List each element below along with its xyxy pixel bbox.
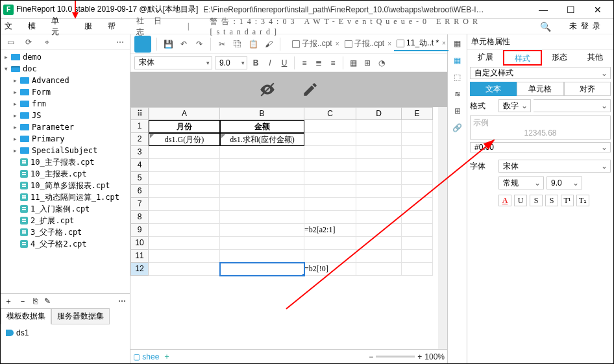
side-icon-5[interactable]: ⊞	[451, 104, 464, 117]
cut-icon[interactable]: ✂	[216, 38, 228, 50]
link-icon[interactable]: 🔗	[451, 121, 464, 134]
tree-file[interactable]: 11_动态隔间运算_1.cpt	[1, 191, 130, 203]
col-header-e[interactable]: E	[402, 107, 433, 120]
format-select[interactable]: 数字	[498, 99, 531, 112]
add-ds-icon[interactable]: ＋	[5, 296, 12, 307]
zoom-in-icon[interactable]: +	[417, 352, 422, 361]
brush-icon[interactable]: 🖌	[263, 38, 275, 50]
italic-button[interactable]: I	[264, 57, 276, 69]
sheet-tab[interactable]: ▢ shee	[133, 352, 159, 361]
copy-ds-icon[interactable]: ⎘	[33, 297, 38, 306]
file-tab[interactable]: 子报..cpt×	[289, 37, 342, 51]
tree-file[interactable]: 10_简单多源报表.cpt	[1, 180, 130, 191]
tree-folder[interactable]: ▸Form	[1, 86, 130, 98]
row-header[interactable]: 3	[130, 146, 149, 159]
subtab-cell[interactable]: 单元格	[517, 82, 563, 96]
row-header-selected[interactable]: 12	[130, 263, 149, 276]
col-header-b[interactable]: B	[220, 107, 304, 120]
rtab-other[interactable]: 其他	[578, 50, 613, 66]
minimize-button[interactable]: —	[530, 3, 556, 17]
tree-file[interactable]: 10_主报表.cpt	[1, 168, 130, 180]
new-file-icon[interactable]: ▭	[5, 36, 16, 48]
undo-icon[interactable]: ↶	[178, 38, 190, 50]
fontsize-select[interactable]: 9.0	[215, 56, 247, 69]
tree-demo[interactable]: ▸demo	[1, 51, 130, 63]
locate-icon[interactable]: ⌖	[41, 36, 53, 48]
col-header-c[interactable]: C	[304, 107, 356, 120]
side-icon-1[interactable]: ▦	[451, 37, 464, 50]
tree-file[interactable]: 2_扩展.cpt	[1, 215, 130, 226]
ds-more-icon[interactable]: ⋯	[118, 297, 126, 306]
row-header[interactable]: 1	[130, 120, 149, 133]
edit-ds-icon[interactable]: ✎	[44, 297, 51, 306]
refresh-icon[interactable]: ⟳	[23, 36, 34, 48]
rtab-form[interactable]: 形态	[542, 50, 578, 66]
align-right-icon[interactable]: ≡	[327, 57, 339, 69]
tree-file[interactable]: 10_主子报表.cpt	[1, 156, 130, 168]
row-header[interactable]: 10	[130, 237, 149, 250]
row-header[interactable]: 2	[130, 133, 149, 146]
copy-icon[interactable]: ⿻	[232, 38, 243, 50]
grid-corner[interactable]: ⠿	[130, 107, 149, 120]
fontcolor-button[interactable]: A	[498, 195, 511, 206]
tree-folder[interactable]: ▸SpecialSubject	[1, 145, 130, 156]
fontstyle-select[interactable]: 常规	[498, 176, 544, 189]
pattern-select[interactable]: #0.00	[470, 142, 611, 152]
color-icon[interactable]: ◔	[376, 57, 387, 69]
tree-doc[interactable]: ▾doc	[1, 63, 130, 75]
side-icon-2[interactable]: ▦	[451, 54, 464, 67]
menu-template[interactable]: 模	[28, 21, 40, 32]
zoom-out-icon[interactable]: −	[369, 352, 373, 361]
underline-button2[interactable]: U	[514, 195, 527, 206]
subtab-align[interactable]: 对齐	[564, 82, 611, 96]
app-icon[interactable]	[134, 36, 151, 53]
more-icon[interactable]: ⋯	[114, 36, 126, 48]
col-header-a[interactable]: A	[149, 107, 220, 120]
bold-button[interactable]: B	[250, 57, 262, 69]
underline-button[interactable]: U	[278, 57, 290, 69]
add-sheet-icon[interactable]: ＋	[163, 351, 171, 362]
tree-folder[interactable]: ▸Parameter	[1, 121, 130, 133]
border-icon[interactable]: ▦	[347, 57, 359, 69]
file-tab[interactable]: 子报..cpt×	[342, 37, 395, 51]
align-left-icon[interactable]: ≡	[299, 57, 310, 69]
row-header[interactable]: 6	[130, 185, 149, 198]
close-button[interactable]: ✕	[585, 3, 611, 17]
tree-folder[interactable]: ▸Primary	[1, 133, 130, 145]
tree-file[interactable]: 1_入门案例.cpt	[1, 203, 130, 215]
tree-file[interactable]: 4_父子格2.cpt	[1, 238, 130, 250]
align-center-icon[interactable]: ≣	[313, 57, 325, 69]
tab-server-ds[interactable]: 服务器数据集	[51, 308, 110, 324]
row-header[interactable]: 9	[130, 224, 149, 237]
col-header-d[interactable]: D	[356, 107, 402, 120]
menu-help[interactable]: 帮	[108, 21, 119, 32]
rtab-expand[interactable]: 扩展	[467, 50, 503, 66]
sup-button[interactable]: T¹	[561, 195, 574, 206]
redo-icon[interactable]: ↷	[193, 38, 205, 50]
tree-file[interactable]: 3_父子格.cpt	[1, 226, 130, 238]
fontsize-select2[interactable]: 9.0	[546, 176, 582, 189]
param-bar[interactable]	[130, 72, 447, 107]
ds-item[interactable]: ds1	[6, 327, 125, 339]
fontname-select[interactable]: 宋体	[498, 160, 611, 173]
del-ds-icon[interactable]: －	[19, 296, 27, 307]
row-header[interactable]: 5	[130, 172, 149, 185]
login-state[interactable]: 未登录	[569, 21, 604, 32]
subtab-text[interactable]: 文本	[470, 82, 517, 96]
row-header[interactable]: 11	[130, 250, 149, 263]
side-icon-4[interactable]: ≋	[451, 88, 464, 101]
font-select[interactable]: 宋体	[134, 56, 212, 69]
tree-folder[interactable]: ▸frm	[1, 98, 130, 110]
row-header[interactable]: 8	[130, 211, 149, 224]
merge-icon[interactable]: ⊞	[362, 57, 373, 69]
paste-icon[interactable]: 📋	[247, 38, 259, 50]
format-select-full[interactable]	[534, 99, 611, 112]
tree-folder[interactable]: ▸Advanced	[1, 75, 130, 86]
side-icon-3[interactable]: ⬚	[451, 71, 464, 84]
save-icon[interactable]: 💾	[162, 38, 174, 50]
custom-style-select[interactable]: 自定义样式	[470, 67, 611, 79]
menu-server[interactable]: 服	[84, 21, 96, 32]
file-tab-active[interactable]: 11_动..t *×	[394, 37, 448, 51]
shadow-button[interactable]: S	[545, 195, 558, 206]
maximize-button[interactable]: ☐	[558, 3, 583, 17]
